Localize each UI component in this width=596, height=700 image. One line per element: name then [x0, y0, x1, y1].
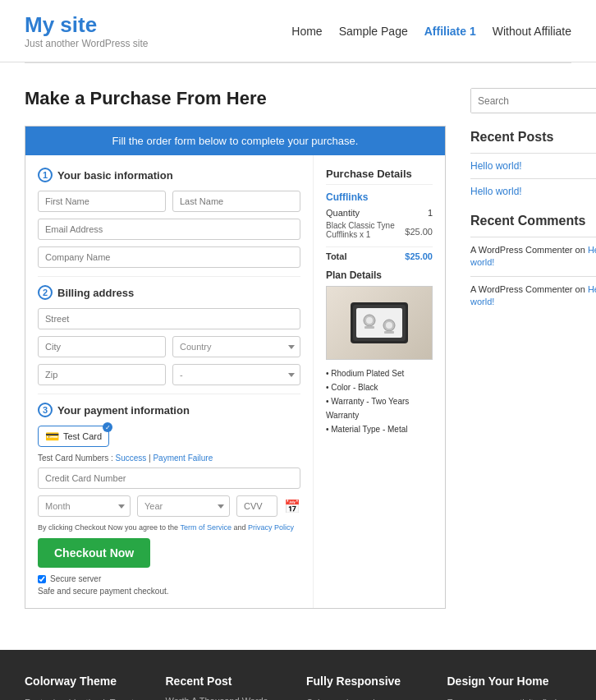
first-name-input[interactable]: [38, 191, 166, 212]
purchase-details: Purchase Details Cufflinks Quantity 1 Bl…: [326, 168, 433, 436]
company-input[interactable]: [38, 246, 300, 268]
email-input[interactable]: [38, 219, 300, 240]
credit-card-input[interactable]: [38, 467, 300, 489]
nav-without-affiliate[interactable]: Without Affiliate: [493, 25, 571, 38]
checkout-button[interactable]: Checkout Now: [38, 538, 150, 568]
terms-and: and: [232, 523, 248, 532]
terms-text: By clicking Checkout Now you agree to th…: [38, 523, 300, 532]
product-name: Cufflinks: [326, 191, 433, 203]
footer-col1-text: Footer is widgetized. To setup the foote…: [25, 696, 149, 700]
section2-label: Billing address: [57, 287, 134, 299]
sidebar-divider-4: [470, 276, 596, 277]
footer-col-2: Recent Post Worth A Thousand Words Categ…: [166, 675, 291, 700]
quantity-value: 1: [428, 208, 433, 218]
credit-card-row: [38, 467, 300, 489]
credit-card-icon: 💳: [45, 430, 59, 443]
nav-affiliate1[interactable]: Affiliate 1: [424, 25, 476, 38]
svg-rect-5: [364, 326, 374, 329]
section2-title: 2 Billing address: [38, 285, 300, 300]
section-divider-1: [38, 276, 300, 277]
cvv-input[interactable]: [236, 495, 277, 517]
svg-point-4: [366, 317, 373, 324]
secure-label: Secure server: [50, 574, 101, 583]
month-select[interactable]: Month: [38, 495, 131, 517]
country-select[interactable]: Country: [172, 336, 300, 357]
privacy-link[interactable]: Privacy Policy: [248, 523, 294, 532]
site-branding: My site Just another WordPress site: [25, 12, 149, 49]
footer-col2-link1[interactable]: Worth A Thousand Words: [166, 696, 291, 700]
form-body: 1 Your basic information: [25, 155, 445, 608]
comment-item-1: A WordPress Commenter on Hello world!: [470, 244, 596, 269]
quantity-row: Quantity 1: [326, 208, 433, 218]
secure-row: Secure server: [38, 574, 300, 583]
zip-input[interactable]: [38, 364, 166, 385]
sidebar-divider-2: [470, 178, 596, 179]
city-input[interactable]: [38, 336, 166, 357]
footer-col-1: Colorway Theme Footer is widgetized. To …: [25, 675, 149, 700]
footer-col-3: Fully Responsive Colorway is a unique re…: [306, 675, 431, 700]
main-content: Make a Purchase From Here Fill the order…: [0, 63, 596, 633]
total-value: $25.00: [405, 251, 433, 261]
card-label: Test Card: [63, 431, 102, 441]
search-box: [470, 88, 596, 113]
section3-number: 3: [38, 403, 53, 417]
last-name-input[interactable]: [172, 191, 300, 212]
section-divider-2: [38, 394, 300, 394]
sidebar-divider-1: [470, 153, 596, 154]
zip-row: -: [38, 364, 300, 385]
item-price: $25.00: [405, 227, 433, 237]
email-row: [38, 219, 300, 240]
right-sidebar: Recent Posts Hello world! Hello world! R…: [470, 88, 596, 609]
left-column: Make a Purchase From Here Fill the order…: [25, 88, 446, 609]
terms-prefix: By clicking Checkout Now you agree to th…: [38, 523, 180, 532]
card-failure-link[interactable]: Payment Failure: [153, 454, 213, 463]
svg-rect-2: [356, 308, 402, 338]
sidebar-divider-3: [470, 237, 596, 237]
post-link-2[interactable]: Hello world!: [470, 186, 596, 197]
form-header: Fill the order form below to complete yo…: [25, 127, 445, 155]
recent-comments-section: Recent Comments A WordPress Commenter on…: [470, 214, 596, 309]
city-country-row: Country: [38, 336, 300, 357]
main-nav: Home Sample Page Affiliate 1 Without Aff…: [291, 25, 571, 38]
feature-item: Warranty - Two Years Warranty: [326, 394, 433, 422]
section2-number: 2: [38, 285, 53, 300]
secure-checkbox[interactable]: [38, 575, 46, 583]
nav-home[interactable]: Home: [291, 25, 322, 38]
calendar-icon: 📅: [284, 495, 300, 517]
purchase-panel: Purchase Details Cufflinks Quantity 1 Bl…: [314, 155, 445, 608]
street-input[interactable]: [38, 308, 300, 329]
plan-product-image: [326, 286, 433, 360]
page-title: Make a Purchase From Here: [25, 88, 446, 109]
year-select[interactable]: Year: [137, 495, 230, 517]
card-numbers-text: Test Card Numbers : Success | Payment Fa…: [38, 454, 300, 463]
site-tagline: Just another WordPress site: [25, 38, 149, 49]
item-desc: Black Classic Tyne Cufflinks x 1: [326, 221, 405, 239]
section1-number: 1: [38, 168, 53, 182]
commenter-2: A WordPress Commenter: [470, 284, 573, 294]
search-input[interactable]: [471, 89, 596, 113]
total-label: Total: [326, 251, 346, 261]
total-row: Total $25.00: [326, 246, 433, 261]
recent-comments-title: Recent Comments: [470, 214, 596, 228]
footer-col4-text: Express your creativity, find inspiratio…: [447, 696, 572, 700]
post-link-1[interactable]: Hello world!: [470, 160, 596, 172]
plan-title: Plan Details: [326, 269, 433, 281]
card-success-link[interactable]: Success: [115, 454, 146, 463]
comment-on-2: on: [575, 284, 588, 294]
zip-extra-select[interactable]: -: [172, 364, 300, 385]
footer-col-4: Design Your Home Express your creativity…: [447, 675, 572, 700]
terms-link[interactable]: Term of Service: [180, 523, 232, 532]
card-icon-box[interactable]: 💳 Test Card ✓: [38, 426, 109, 447]
cufflinks-svg: [346, 294, 412, 352]
section3-label: Your payment information: [57, 404, 190, 417]
nav-sample-page[interactable]: Sample Page: [339, 25, 408, 38]
street-row: [38, 308, 300, 329]
safe-text: Safe and secure payment checkout.: [38, 587, 300, 596]
company-row: [38, 246, 300, 268]
site-title: My site: [25, 12, 149, 38]
footer-col2-title: Recent Post: [166, 675, 291, 688]
purchase-title: Purchase Details: [326, 168, 433, 185]
header: My site Just another WordPress site Home…: [0, 0, 596, 62]
comment-on-1: on: [575, 245, 588, 255]
svg-rect-8: [384, 331, 394, 334]
